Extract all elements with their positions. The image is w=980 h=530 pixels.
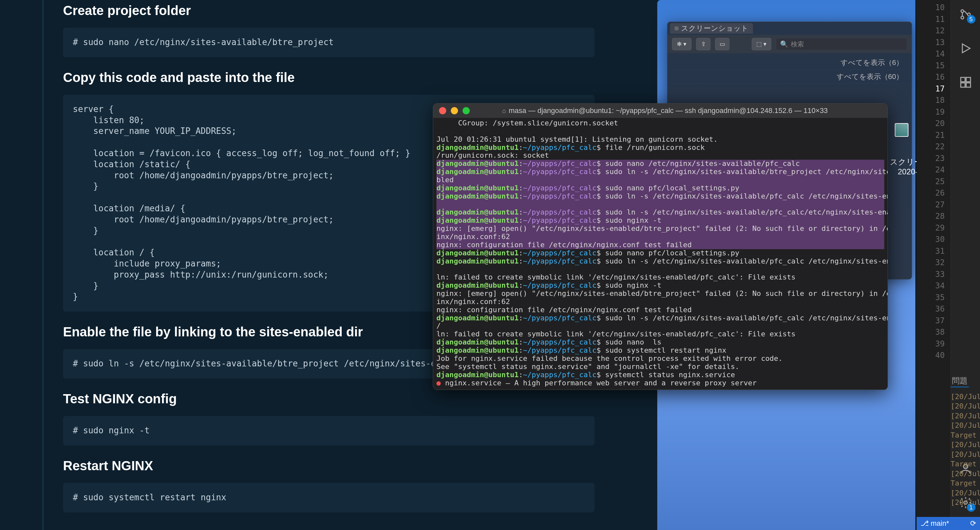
line-number[interactable]: 13	[916, 37, 945, 49]
line-number[interactable]: 40	[916, 350, 945, 362]
terminal-line: djangoadmin@ubuntu1:~/pyapps/pfc_calc$ s…	[436, 249, 884, 257]
close-button[interactable]	[439, 107, 446, 114]
line-number[interactable]: 18	[916, 95, 945, 106]
finder-body[interactable]: すべてを表示（6） すべてを表示（60）	[667, 53, 912, 87]
line-number[interactable]: 15	[916, 60, 945, 72]
svg-rect-5	[961, 83, 965, 87]
line-number[interactable]: 32	[916, 257, 945, 269]
line-number[interactable]: 28	[916, 211, 945, 222]
terminal-line: Jul 20 01:26:31 ubuntu1 systemd[1]: List…	[436, 135, 884, 144]
finder-tab[interactable]: スクリーンショット	[670, 23, 753, 33]
extensions-icon[interactable]	[958, 75, 974, 90]
terminal-line: bled	[436, 176, 884, 184]
branch-icon: ⎇	[921, 519, 929, 528]
finder-tab-bar: スクリーンショット	[667, 22, 912, 35]
branch-indicator[interactable]: ⎇ main*	[921, 519, 949, 528]
svg-point-0	[961, 10, 963, 13]
line-number[interactable]: 25	[916, 176, 945, 188]
status-bar[interactable]: ⎇ main* ⟳	[916, 517, 980, 530]
terminal-line: djangoadmin@ubuntu1:~/pyapps/pfc_calc$ s…	[436, 184, 884, 192]
terminal-line: nginx: configuration file /etc/nginx/ngi…	[436, 306, 884, 314]
share-button[interactable]: ⇪	[696, 38, 711, 50]
line-number[interactable]: 29	[916, 222, 945, 234]
terminal-line: nginx: [emerg] open() "/etc/nginx/sites-…	[436, 290, 884, 298]
line-number[interactable]: 14	[916, 48, 945, 60]
terminal-line: djangoadmin@ubuntu1:~/pyapps/pfc_calc$ s…	[436, 192, 884, 200]
search-input[interactable]: 🔍 検索	[776, 38, 907, 50]
badge: 5	[967, 15, 975, 24]
terminal-line: ln: failed to create symbolic link '/etc…	[436, 330, 884, 338]
terminal-line: nginx: [emerg] open() "/etc/nginx/sites-…	[436, 225, 884, 233]
log-output: [20/Jul [20/Jul [20/Jul [20/Jul Target […	[951, 392, 980, 508]
tags-button[interactable]: ▭	[715, 38, 729, 50]
code-block[interactable]: # sudo systemctl restart nginx	[63, 483, 595, 513]
line-number[interactable]: 33	[916, 269, 945, 281]
line-number[interactable]: 24	[916, 164, 945, 176]
line-number[interactable]: 37	[916, 315, 945, 327]
file-thumbnail[interactable]	[895, 123, 908, 137]
line-number[interactable]: 27	[916, 199, 945, 211]
run-debug-icon[interactable]	[958, 41, 974, 56]
terminal-line: /	[436, 322, 884, 330]
finder-row[interactable]: すべてを表示（6）	[672, 56, 907, 70]
line-number[interactable]: 23	[916, 153, 945, 165]
terminal-line: djangoadmin@ubuntu1:~/pyapps/pfc_calc$ s…	[436, 371, 884, 379]
line-number[interactable]: 10	[916, 2, 945, 14]
terminal-title: ⌂ masa — djangoadmin@ubuntu1: ~/pyapps/p…	[448, 106, 882, 115]
terminal-line: ln: failed to create symbolic link '/etc…	[436, 273, 884, 281]
terminal-line	[436, 265, 884, 273]
close-icon[interactable]	[675, 27, 678, 30]
line-number[interactable]: 35	[916, 292, 945, 304]
terminal-line: /run/gunicorn.sock: socket	[436, 152, 884, 160]
line-number[interactable]: 21	[916, 130, 945, 141]
terminal-line: inx/nginx.conf:62	[436, 233, 884, 241]
problems-tab[interactable]: 問題	[951, 375, 969, 387]
line-number[interactable]: 17	[916, 83, 945, 95]
terminal-line: Job for nginx.service failed because the…	[436, 355, 884, 363]
finder-row[interactable]: すべてを表示（60）	[672, 70, 907, 84]
terminal-line: djangoadmin@ubuntu1:~/pyapps/pfc_calc$ s…	[436, 168, 884, 176]
terminal-titlebar[interactable]: ⌂ masa — djangoadmin@ubuntu1: ~/pyapps/p…	[433, 103, 888, 118]
section-heading: Restart NGINX	[63, 459, 595, 473]
terminal-line: djangoadmin@ubuntu1:~/pyapps/pfc_calc$ s…	[436, 257, 884, 265]
terminal-line: djangoadmin@ubuntu1:~/pyapps/pfc_calc$ s…	[436, 346, 884, 355]
editor-gutter: 1011121314151617181920212223242526272829…	[916, 0, 951, 530]
terminal-line: See "systemctl status nginx.service" and…	[436, 363, 884, 371]
terminal-line	[436, 200, 884, 209]
terminal-line: djangoadmin@ubuntu1:~/pyapps/pfc_calc$ s…	[436, 216, 884, 225]
line-number[interactable]: 36	[916, 303, 945, 315]
terminal-window[interactable]: ⌂ masa — djangoadmin@ubuntu1: ~/pyapps/p…	[433, 103, 888, 390]
finder-toolbar: ✻ ▾ ⇪ ▭ ⬚ ▾ 🔍 検索	[667, 35, 912, 53]
line-number[interactable]: 38	[916, 327, 945, 338]
line-number[interactable]: 19	[916, 106, 945, 118]
terminal-line: CGroup: /system.slice/gunicorn.socket	[436, 119, 884, 127]
svg-rect-4	[966, 78, 970, 82]
line-number[interactable]: 20	[916, 118, 945, 130]
terminal-line: nginx: configuration file /etc/nginx/ngi…	[436, 241, 884, 249]
line-number[interactable]: 16	[916, 71, 945, 83]
terminal-line: inx/nginx.conf:62	[436, 298, 884, 306]
line-number[interactable]: 22	[916, 141, 945, 153]
terminal-line: djangoadmin@ubuntu1:~/pyapps/pfc_calc$ s…	[436, 208, 884, 216]
terminal-line: djangoadmin@ubuntu1:~/pyapps/pfc_calc$ s…	[436, 160, 884, 168]
search-icon: 🔍	[780, 40, 788, 48]
terminal-line: ● nginx.service – A high performance web…	[436, 379, 884, 387]
line-number[interactable]: 39	[916, 338, 945, 350]
line-number[interactable]: 26	[916, 187, 945, 199]
source-control-icon[interactable]: 5	[958, 6, 974, 22]
line-number[interactable]: 34	[916, 280, 945, 292]
line-number[interactable]: 31	[916, 246, 945, 257]
terminal-line: djangoadmin@ubuntu1:~/pyapps/pfc_calc$ s…	[436, 338, 884, 346]
terminal-body[interactable]: CGroup: /system.slice/gunicorn.socket Ju…	[433, 118, 888, 388]
section-heading: Test NGINX config	[63, 392, 595, 406]
code-block[interactable]: # sudo nano /etc/nginx/sites-available/b…	[63, 28, 595, 57]
line-number[interactable]: 11	[916, 14, 945, 25]
code-block[interactable]: # sudo nginx -t	[63, 416, 595, 446]
line-number[interactable]: 12	[916, 25, 945, 37]
terminal-line: djangoadmin@ubuntu1:~/pyapps/pfc_calc$ s…	[436, 281, 884, 290]
section-heading: Copy this code and paste into the file	[63, 70, 595, 85]
sync-button[interactable]: ⟳	[970, 519, 976, 528]
action-menu-button[interactable]: ✻ ▾	[672, 38, 692, 50]
dropbox-button[interactable]: ⬚ ▾	[752, 38, 771, 50]
line-number[interactable]: 30	[916, 234, 945, 246]
